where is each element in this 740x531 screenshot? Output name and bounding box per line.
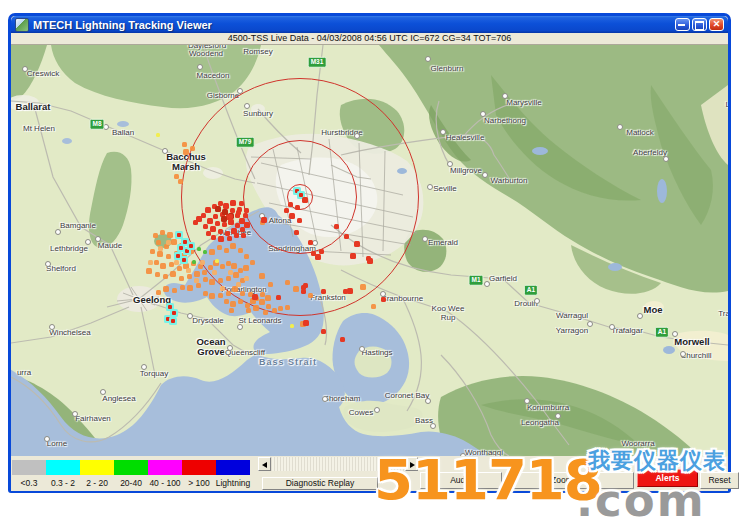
lightning-strike-dot — [202, 270, 207, 275]
lightning-strike-dot — [197, 247, 201, 251]
map-viewport[interactable]: DaylesfordWoodendRomseyMacedonGisborneSu… — [11, 45, 728, 456]
lightning-strike-dot — [334, 224, 339, 229]
lightning-strike-dot — [285, 280, 290, 285]
lightning-strike-dot — [240, 291, 245, 296]
town-marker — [422, 236, 428, 242]
horizontal-scrollbar[interactable] — [258, 457, 418, 471]
lightning-strike-dot — [347, 288, 353, 294]
town-marker — [672, 331, 678, 337]
lightning-strike-dot — [213, 214, 218, 219]
town-marker — [663, 156, 669, 162]
lightning-strike-dot — [163, 286, 169, 292]
lightning-strike-dot — [218, 229, 223, 234]
lightning-strike-dot — [297, 218, 302, 223]
road-shield: M31 — [308, 57, 327, 68]
lightning-strike-dot — [315, 254, 321, 260]
lightning-strike-dot — [154, 260, 159, 265]
reset-button[interactable]: Reset — [700, 472, 739, 489]
legend-item: 2 - 20 — [80, 460, 114, 488]
town-marker — [524, 398, 530, 404]
lightning-strike-dot — [228, 270, 233, 275]
scroll-left-button[interactable] — [258, 457, 271, 471]
lightning-strike-dot — [276, 295, 281, 300]
legend-label: 2 - 20 — [86, 478, 108, 488]
alerts-button[interactable]: Alerts — [637, 469, 698, 487]
town-marker — [484, 281, 490, 287]
live-data-status-bar: 4500-TSS Live Data - 04/03/2008 04:56 UT… — [11, 33, 728, 45]
lightning-strike-dot — [203, 224, 208, 229]
lightning-strike-dot — [203, 277, 208, 282]
lightning-strike-dot — [224, 299, 229, 304]
lightning-strike-dot — [230, 301, 236, 307]
legend-swatch — [12, 460, 46, 475]
lightning-strike-dot — [229, 308, 234, 313]
town-marker — [447, 161, 453, 167]
lightning-strike-dot — [261, 217, 267, 223]
lightning-strike-dot — [211, 235, 216, 240]
legend-label: Lightning — [216, 478, 251, 488]
scroll-right-button[interactable] — [405, 457, 418, 471]
strike-core — [182, 258, 186, 262]
legend-item: 0.3 - 2 — [46, 460, 80, 488]
town-marker — [100, 389, 106, 395]
lightning-strike-dot — [243, 213, 248, 218]
scrollbar-track[interactable] — [271, 457, 405, 471]
lightning-strike-dot — [186, 268, 191, 273]
legend-label: 40 - 100 — [149, 478, 180, 488]
town-marker — [617, 124, 623, 130]
window-title: MTECH Lightning Tracking Viewer — [33, 19, 675, 31]
lightning-strike-dot — [226, 291, 231, 296]
lightning-strike-dot — [272, 308, 277, 313]
legend-swatch — [216, 460, 250, 475]
lightning-strike-dot — [215, 259, 219, 263]
lightning-strike-dot — [209, 249, 215, 255]
town-marker — [72, 411, 78, 417]
lightning-strike-dot — [150, 249, 155, 254]
town-marker — [85, 239, 91, 245]
lightning-strike-dot — [215, 206, 221, 212]
minimize-button[interactable] — [675, 18, 690, 31]
lightning-strike-dot — [224, 248, 229, 253]
lightning-strike-dot — [203, 250, 207, 254]
lightning-strike-dot — [253, 305, 259, 311]
lightning-strike-dot — [239, 201, 244, 206]
road-shield: A1 — [524, 285, 538, 296]
lightning-strike-dot — [174, 260, 179, 265]
close-button[interactable]: ✕ — [709, 18, 724, 31]
maximize-button[interactable] — [692, 18, 707, 31]
lightning-strike-dot — [252, 294, 258, 300]
lightning-strike-dot — [163, 274, 168, 279]
town-marker — [534, 298, 540, 304]
lightning-strike-dot — [381, 297, 386, 302]
lightning-strike-dot — [156, 133, 160, 137]
lightning-strike-dot — [360, 284, 366, 290]
diagnostic-replay-button[interactable]: Diagnostic Replay — [262, 477, 378, 490]
lightning-strike-dot — [172, 288, 177, 293]
lightning-strike-dot — [340, 337, 345, 342]
lightning-strike-dot — [167, 232, 173, 238]
title-bar[interactable]: MTECH Lightning Tracking Viewer ✕ — [11, 16, 728, 33]
app-icon — [15, 18, 29, 32]
strike-core — [172, 311, 176, 315]
lightning-strike-dot — [225, 231, 230, 236]
town-marker — [425, 398, 431, 404]
lightning-strike-dot — [230, 243, 236, 249]
lightning-strike-dot — [226, 276, 231, 281]
lightning-strike-dot — [210, 226, 216, 232]
lightning-strike-dot — [203, 291, 208, 296]
lightning-strike-dot — [169, 317, 177, 325]
lightning-strike-dot — [187, 274, 192, 279]
lightning-strike-dot — [226, 261, 231, 266]
zoom-full-button[interactable]: Zoom Full — [506, 472, 634, 489]
lightning-strike-dot — [146, 268, 152, 274]
town-marker — [49, 324, 55, 330]
road-shield: M1 — [468, 275, 483, 286]
lightning-strike-dot — [232, 286, 238, 292]
town-marker — [322, 396, 328, 402]
audio-button[interactable]: Audio — [420, 472, 502, 489]
lightning-strike-dot — [207, 218, 213, 224]
lightning-strike-dot — [157, 251, 163, 257]
lightning-strike-dot — [246, 308, 251, 313]
lightning-strike-dot — [344, 234, 349, 239]
lightning-strike-dot — [212, 270, 217, 275]
